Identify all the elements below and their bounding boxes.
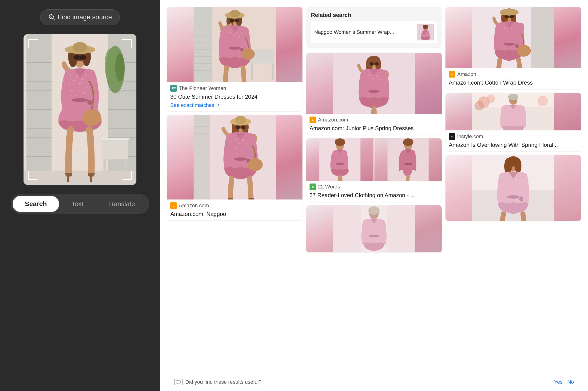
svg-point-200 (508, 178, 509, 179)
svg-point-94 (233, 35, 234, 36)
svg-rect-73 (194, 7, 212, 82)
amazon-cotton-source: Amazon (457, 71, 476, 77)
svg-point-59 (79, 83, 81, 84)
cotton-dress-svg (445, 7, 581, 68)
result-card-final[interactable] (445, 155, 581, 221)
column-1: PW The Pioneer Woman 30 Cute Summer Dres… (167, 7, 302, 369)
chat-bubble-icon (176, 381, 181, 384)
amazon-junior-source: Amazon.com (318, 117, 348, 123)
result-card-amazon-junior[interactable]: a Amazon.com Amazon.com: Junior Plus Spr… (306, 53, 442, 135)
chevron-right-icon (216, 103, 221, 108)
svg-point-98 (229, 47, 241, 50)
amazon-junior-source-row: a Amazon.com (309, 116, 439, 123)
svg-point-128 (236, 147, 237, 149)
svg-point-124 (235, 139, 236, 140)
svg-rect-38 (102, 140, 128, 159)
right-panel: PW The Pioneer Woman 30 Cute Summer Dres… (160, 0, 588, 391)
svg-point-50 (80, 55, 86, 60)
final-image (445, 155, 581, 221)
instyle-source: instyle.com (457, 133, 483, 140)
svg-point-193 (508, 94, 518, 100)
bottom-tabs: Search Text Translate (11, 194, 149, 214)
svg-point-203 (519, 183, 521, 185)
svg-point-205 (507, 195, 519, 198)
svg-point-49 (74, 55, 80, 60)
svg-point-189 (487, 95, 495, 103)
instyle-source-row: in instyle.com (449, 133, 578, 140)
results-grid: PW The Pioneer Woman 30 Cute Summer Dres… (167, 7, 581, 369)
amazon-naggoo-image (167, 115, 302, 199)
svg-point-35 (105, 48, 116, 81)
svg-point-146 (369, 75, 370, 76)
svg-point-145 (374, 62, 379, 66)
22words-source: 22 Words (318, 184, 340, 190)
tab-search[interactable]: Search (13, 196, 59, 212)
svg-rect-165 (531, 7, 554, 68)
svg-point-144 (370, 62, 374, 66)
svg-rect-83 (251, 63, 253, 80)
result-card-extra[interactable] (306, 205, 442, 252)
related-search-card: Related search Naggoo Women's Summer Wra… (306, 7, 442, 48)
svg-point-148 (376, 76, 377, 77)
feedback-yes-button[interactable]: Yes (554, 379, 563, 385)
svg-point-127 (246, 144, 247, 145)
column-3: a Amazon Amazon.com: Cotton Wrap Dress (445, 7, 581, 369)
svg-rect-134 (250, 198, 251, 199)
result-card-instyle[interactable]: in instyle.com Amazon Is Overflowing Wit… (445, 93, 581, 151)
result-card-amazon-cotton[interactable]: a Amazon Amazon.com: Cotton Wrap Dress (445, 7, 581, 89)
main-image-container (23, 34, 137, 185)
related-item-naggoo[interactable]: Naggoo Women's Summer Wrap... (311, 21, 437, 43)
svg-point-65 (82, 109, 101, 126)
svg-point-93 (230, 32, 231, 33)
tab-text[interactable]: Text (59, 196, 96, 212)
svg-point-121 (235, 116, 246, 124)
svg-point-157 (403, 138, 414, 146)
instyle-title: Amazon Is Overflowing With Spring Floral… (449, 141, 578, 149)
svg-point-153 (335, 138, 345, 146)
feedback-buttons: Yes No (554, 379, 574, 385)
feedback-no-button[interactable]: No (567, 379, 574, 385)
selection-corner-br (122, 171, 132, 180)
svg-point-137 (423, 25, 428, 29)
instyle-image (445, 93, 581, 130)
result-card-22words[interactable]: 22 22 Words 37 Reader-Loved Clothing on … (306, 138, 442, 201)
feedback-bar: Did you find these results useful? Yes N… (167, 373, 581, 391)
amazon-junior-image (306, 53, 442, 114)
pioneer-source: The Pioneer Woman (179, 85, 226, 92)
result-card-amazon-naggoo[interactable]: a Amazon.com Amazon.com: Naggoo (167, 115, 302, 220)
amazon-cotton-title: Amazon.com: Cotton Wrap Dress (449, 79, 578, 86)
22words-icon: 22 (309, 184, 316, 190)
amazon-cotton-image (445, 7, 581, 68)
words-dress-svg-1 (306, 138, 374, 181)
svg-rect-101 (242, 82, 247, 82)
extra-dress-svg (306, 205, 442, 252)
svg-rect-37 (101, 138, 129, 140)
22words-double-image (306, 138, 442, 181)
svg-point-53 (73, 79, 75, 81)
amazon-cotton-card-info: a Amazon Amazon.com: Cotton Wrap Dress (445, 68, 581, 89)
svg-point-154 (336, 163, 344, 165)
amazon-naggoo-source-row: a Amazon.com (170, 202, 299, 209)
svg-point-163 (369, 235, 379, 237)
22words-source-row: 22 22 Words (309, 184, 439, 190)
related-item-naggoo-text: Naggoo Women's Summer Wrap... (314, 29, 394, 36)
pioneer-card-info: PW The Pioneer Woman 30 Cute Summer Dres… (167, 82, 302, 111)
svg-point-191 (537, 96, 548, 106)
svg-point-204 (510, 187, 511, 188)
result-card-pioneer[interactable]: PW The Pioneer Woman 30 Cute Summer Dres… (167, 7, 302, 111)
find-image-source-button[interactable]: Find image source (40, 9, 120, 25)
instyle-icon: in (449, 133, 455, 140)
svg-point-56 (85, 75, 87, 76)
see-exact-matches-link[interactable]: See exact matches (170, 102, 299, 108)
22words-img-left (306, 138, 374, 181)
svg-point-179 (510, 15, 514, 18)
svg-point-181 (507, 31, 508, 32)
svg-point-36 (115, 53, 125, 81)
tab-translate[interactable]: Translate (96, 196, 147, 212)
svg-point-63 (76, 95, 77, 96)
instyle-card-info: in instyle.com Amazon Is Overflowing Wit… (445, 130, 581, 151)
svg-point-184 (504, 43, 515, 46)
junior-dress-svg (306, 53, 442, 114)
see-exact-label: See exact matches (170, 102, 214, 108)
svg-point-129 (234, 157, 247, 161)
